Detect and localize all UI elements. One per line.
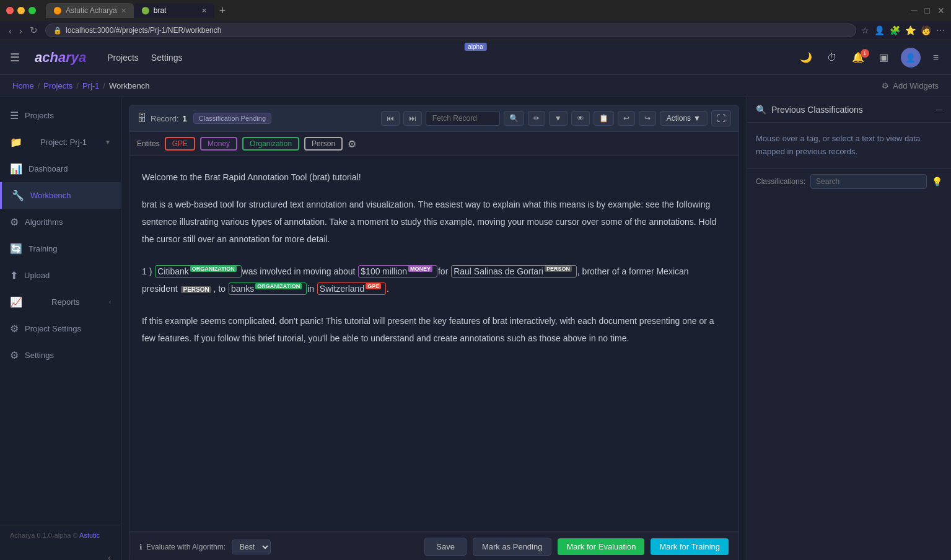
tab-close-1[interactable]: ✕ [121, 7, 126, 15]
entity-tag-person[interactable]: Person [304, 137, 343, 151]
minimize-button[interactable] [17, 7, 25, 14]
maximize-button[interactable] [28, 7, 36, 14]
window-controls[interactable] [6, 7, 36, 14]
close-button[interactable] [6, 7, 14, 14]
amount-label: MONEY [408, 266, 432, 272]
first-record-button[interactable]: ⏮ [381, 111, 400, 126]
more-options-icon[interactable]: ⋯ [936, 25, 945, 35]
annotation-raul[interactable]: Raul Salinas de GortariPERSON [451, 265, 577, 278]
url-bar[interactable]: 🔒 localhost:3000/#/projects/Prj-1/NER/wo… [45, 24, 856, 37]
menu-icon[interactable]: ≡ [931, 50, 941, 66]
mark-pending-button[interactable]: Mark as Pending [473, 538, 552, 556]
layout-icon[interactable]: ▣ [877, 49, 891, 66]
profile-icon[interactable]: 👤 [874, 25, 885, 35]
sidebar-item-algorithms[interactable]: ⚙ Algorithms [0, 209, 121, 235]
actions-button[interactable]: Actions ▼ [660, 111, 708, 126]
right-panel-collapse-button[interactable]: ─ [936, 105, 942, 115]
footer-company[interactable]: Astutic [79, 532, 100, 539]
dashboard-icon: 📊 [10, 163, 22, 175]
entity-tag-gpe[interactable]: GPE [165, 137, 195, 151]
entities-label: Entites [137, 139, 160, 148]
workbench-icon: 🔧 [12, 190, 24, 201]
edit-dropdown-button[interactable]: ▼ [549, 111, 568, 126]
right-panel-header: 🔍 Previous Classifications ─ [747, 97, 951, 123]
close-window-icon[interactable]: ✕ [937, 6, 945, 15]
breadcrumb-projects[interactable]: Projects [43, 81, 72, 90]
reload-button[interactable]: ↻ [27, 24, 40, 37]
clock-icon[interactable]: ⏱ [825, 50, 839, 66]
footer-copy: © [73, 532, 80, 539]
bookmarks-icon[interactable]: ⭐ [905, 25, 916, 35]
search-record-button[interactable]: 🔍 [504, 111, 524, 126]
copy-button[interactable]: 📋 [594, 111, 614, 126]
tab-astutic[interactable]: 🟠 Astutic Acharya ✕ [46, 3, 134, 18]
fetch-record-input[interactable] [426, 111, 500, 126]
collapse-icon: ‹ [108, 553, 111, 560]
breadcrumb-bar: Home / Projects / Prj-1 / Workbench ⚙ Ad… [0, 75, 951, 97]
annotation-banks[interactable]: banksORGANIZATION [229, 282, 307, 295]
sidebar-item-project-prj1[interactable]: 📁 Project: Prj-1 ▼ [0, 129, 121, 155]
alpha-badge: alpha [464, 43, 486, 51]
sidebar-item-dashboard[interactable]: 📊 Dashboard [0, 155, 121, 182]
breadcrumb-home[interactable]: Home [12, 81, 34, 90]
minimize-window-icon[interactable]: ─ [911, 6, 918, 15]
redo-button[interactable]: ↪ [639, 111, 656, 126]
new-tab-button[interactable]: + [214, 4, 231, 17]
workbench-panel: 🗄 Record: 1 Classification Pending ⏮ ⏭ 🔍… [121, 97, 747, 560]
annotation-citibank[interactable]: CitibankORGANIZATION [155, 265, 241, 278]
sidebar-item-project-settings[interactable]: ⚙ Project Settings [0, 315, 121, 342]
mark-evaluation-button[interactable]: Mark for Evaluation [558, 538, 644, 555]
extensions-icon[interactable]: 🧩 [890, 25, 900, 35]
darkmode-icon[interactable]: 🌙 [797, 49, 815, 66]
sidebar-collapse-button[interactable]: ‹ [0, 545, 121, 560]
tab-close-2[interactable]: ✕ [201, 7, 207, 15]
notification-icon[interactable]: 🔔 1 [849, 51, 867, 63]
forward-button[interactable]: › [17, 24, 25, 37]
classifications-search-input[interactable] [810, 174, 927, 189]
eye-button[interactable]: 👁 [571, 111, 590, 126]
projects-icon: ☰ [10, 110, 19, 121]
nav-projects[interactable]: Projects [107, 53, 139, 63]
tab-brat[interactable]: 🟢 brat ✕ [134, 3, 214, 18]
edit-button[interactable]: ✏ [528, 111, 545, 126]
sidebar-label-dashboard: Dashboard [28, 164, 68, 173]
entity-tag-organization[interactable]: Organization [242, 137, 299, 151]
restore-window-icon[interactable]: □ [925, 6, 930, 15]
add-widgets-button[interactable]: ⚙ Add Widgets [882, 81, 939, 90]
tab-bar: 🟠 Astutic Acharya ✕ 🟢 brat ✕ + [40, 3, 230, 18]
notification-badge: 1 [861, 49, 869, 58]
raul-label: PERSON [545, 266, 572, 272]
breadcrumb-prj1[interactable]: Prj-1 [82, 81, 99, 90]
right-panel: 🔍 Previous Classifications ─ Mouse over … [747, 97, 951, 560]
save-button[interactable]: Save [424, 538, 467, 556]
back-button[interactable]: ‹ [6, 24, 14, 37]
sidebar-item-training[interactable]: 🔄 Training [0, 235, 121, 262]
sidebar-item-settings[interactable]: ⚙ Settings [0, 342, 121, 369]
expand-button[interactable]: ⛶ [711, 110, 731, 126]
sidebar-item-projects[interactable]: ☰ Projects [0, 102, 121, 129]
sidebar-item-reports[interactable]: 📈 Reports ‹ [0, 289, 121, 315]
undo-button[interactable]: ↩ [618, 111, 635, 126]
entity-settings-icon[interactable]: ⚙ [348, 138, 356, 150]
sidebar-item-workbench[interactable]: 🔧 Workbench [0, 182, 121, 209]
algo-select[interactable]: Best [232, 540, 271, 554]
annotation-amount[interactable]: $100 millionMONEY [358, 265, 437, 278]
breadcrumb-sep-2: / [76, 81, 79, 90]
switzerland-label: GPE [366, 283, 381, 289]
algorithms-icon: ⚙ [10, 216, 19, 228]
reports-icon: 📈 [10, 296, 22, 308]
entity-tag-money[interactable]: Money [200, 137, 237, 151]
nav-settings[interactable]: Settings [151, 53, 183, 63]
lightbulb-icon[interactable]: 💡 [932, 177, 942, 186]
search-icon: 🔍 [756, 105, 766, 115]
mark-training-button[interactable]: Mark for Training [651, 538, 729, 555]
user-avatar-icon[interactable]: 🧑 [921, 25, 931, 35]
sidebar-item-upload[interactable]: ⬆ Upload [0, 262, 121, 289]
star-icon[interactable]: ☆ [861, 25, 869, 35]
last-record-button[interactable]: ⏭ [403, 111, 422, 126]
user-avatar[interactable]: 👤 [901, 48, 921, 68]
annotation-switzerland[interactable]: SwitzerlandGPE [317, 282, 386, 295]
main-layout: ☰ Projects 📁 Project: Prj-1 ▼ 📊 Dashboar… [0, 97, 951, 560]
sidebar-label-project-settings: Project Settings [25, 324, 81, 333]
hamburger-icon[interactable]: ☰ [10, 51, 20, 64]
